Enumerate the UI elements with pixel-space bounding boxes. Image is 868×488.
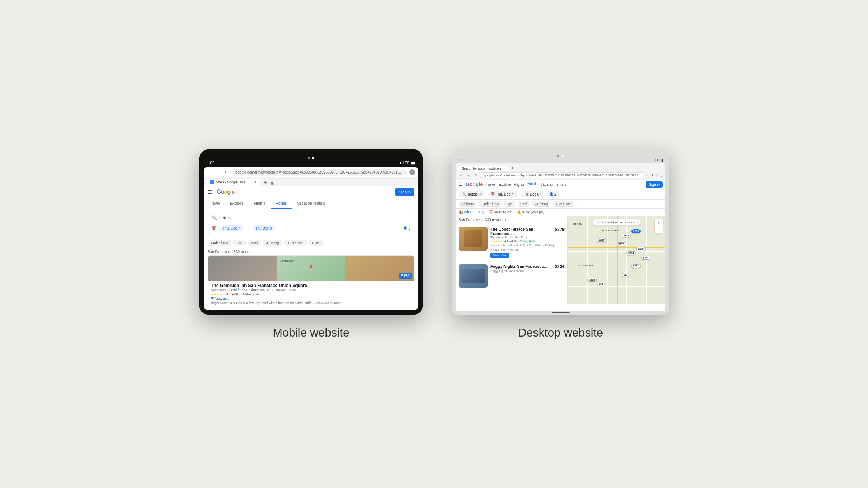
hamburger-desktop-icon[interactable]: ☰ (459, 182, 463, 187)
view-map-link[interactable]: View map (215, 297, 229, 300)
desktop-address-bar[interactable]: google.com/travel/search?q=hotels&g2lb=2… (480, 172, 645, 178)
nav-flights[interactable]: Flights (514, 182, 524, 187)
desktop-refresh-btn[interactable]: ↻ (473, 172, 478, 178)
map-price-pin-3[interactable]: $153 (622, 234, 631, 237)
desktop-search-field[interactable]: 🔍 hotels ✕ (459, 191, 486, 197)
nav-vacation-rentals[interactable]: Vacation rentals (540, 182, 566, 187)
desktop-checkin-field[interactable]: 📅 Thu, Dec 7 › (488, 191, 519, 197)
filter-spa-mobile[interactable]: Spa (233, 240, 246, 246)
map-price-pin-5[interactable]: $244 (626, 251, 636, 255)
hotel-images-row: 📍 Francisco $159 (208, 256, 414, 281)
filter-spa-desktop[interactable]: Spa (504, 201, 515, 207)
hotel-card-desktop-1[interactable]: The Coast Terrace San Francisco.... $279… (456, 224, 567, 261)
forward-button[interactable]: → (215, 170, 221, 175)
desktop-back-btn[interactable]: ← (458, 173, 464, 178)
zoom-in-button[interactable]: + (655, 219, 663, 226)
hotel-card-desktop-2[interactable]: Foggy Nights San Francisco.... $234 Fogg… (456, 261, 567, 291)
new-tab-button[interactable]: + (262, 179, 269, 186)
mobile-check-out[interactable]: Fri, Dec 8 (253, 225, 275, 231)
view-offer-button-1[interactable]: View offer (490, 253, 509, 258)
bookmark-icon[interactable]: ☆ (646, 173, 650, 177)
map-price-pin-4[interactable]: $288 (636, 247, 646, 251)
filter-pool-mobile[interactable]: Pool (248, 240, 261, 246)
hotel-rating-1: ★★★★☆ 4.4 (411k) Eco-certified (490, 240, 565, 243)
desktop-checkout-field[interactable]: Fri, Dec 8 › (521, 191, 544, 197)
desktop-guests-field[interactable]: 👤 2 (546, 191, 559, 197)
tab-flights[interactable]: Flights (248, 198, 270, 209)
mobile-address-bar[interactable]: google.com/travel/hotels?q=hotels&g2lb=2… (231, 169, 407, 176)
desktop-browser-tab[interactable]: Search for accommodation... ✕ (458, 166, 509, 171)
map-pin-icon: 📍 (307, 265, 315, 271)
filter-under-150-mobile[interactable]: Under $150 (208, 240, 231, 246)
desktop-label: Desktop website (518, 326, 603, 339)
map-price-pin-6[interactable]: $272 (641, 256, 651, 260)
filter-all-desktop[interactable]: All filters (459, 201, 477, 207)
filter-more-icon[interactable]: ✕ (577, 202, 580, 206)
hotel-source-icon: f (238, 288, 239, 292)
desktop-home-indicator (552, 312, 570, 313)
mobile-time: 1:00 (207, 160, 214, 165)
desktop-forward-btn[interactable]: → (465, 173, 472, 178)
desktop-dot-left (557, 155, 559, 157)
desktop-menu-icon[interactable]: ⋮ (660, 173, 663, 177)
mobile-browser-tab[interactable]: hotels - Google Hotel Search ✕ (206, 179, 260, 186)
amenity-breakfast: ✓ Breakfast (3) (507, 244, 525, 247)
mobile-guests[interactable]: 👤 2 (403, 226, 410, 230)
desktop-map-panel[interactable]: MASON RUSSIAN HILL CIVIC CENTER $279 $21… (568, 216, 665, 304)
desktop-sign-in-button[interactable]: Sign in (646, 181, 663, 188)
map-price-pin-2[interactable]: $179 (617, 242, 626, 246)
update-map-checkbox[interactable] (596, 221, 599, 224)
tab-explore[interactable]: Explore (225, 198, 248, 209)
tab-grid-icon[interactable]: ⊞ (271, 181, 274, 186)
nav-hotels[interactable]: Hotels (527, 182, 537, 187)
amenity-pool-neg: ✗ Indoor pool (490, 248, 506, 251)
map-price-pin-selected[interactable]: $279 (631, 229, 641, 233)
tab-close-icon[interactable]: ✕ (254, 180, 257, 184)
nav-travel[interactable]: Travel (486, 182, 495, 187)
filter-star-desktop[interactable]: 4- or 5-star (553, 201, 574, 207)
tab-vacation-rentals[interactable]: Vacation rentals (292, 198, 330, 209)
filter-rating-desktop[interactable]: 4+ rating (532, 201, 550, 207)
tab-hotels[interactable]: Hotels (271, 198, 292, 209)
refresh-button[interactable]: ↻ (224, 170, 229, 175)
hotel-name-mobile: The Goldrush Inn San Francisco Union Squ… (211, 283, 411, 288)
filter-pool-desktop[interactable]: Pool (518, 201, 530, 207)
nav-explore[interactable]: Explore (499, 182, 511, 187)
tab-travel[interactable]: Travel (204, 198, 225, 209)
map-label-francisco: Francisco (280, 259, 294, 263)
map-price-pin-7[interactable]: $291 (631, 264, 641, 268)
update-map-button[interactable]: Update list when map moves (592, 219, 641, 226)
tab-favicon (210, 180, 214, 184)
map-road-7 (626, 216, 627, 304)
desktop-device-container: 1:00 LTE ▮ Search for accommodation... ✕… (452, 149, 669, 339)
map-price-pin-10[interactable]: $67 (622, 273, 630, 277)
filter-rating-mobile[interactable]: 4+ rating (263, 240, 282, 246)
map-price-pin-1[interactable]: $210 (597, 238, 607, 242)
tab-where-to-stay[interactable]: 🏨 Where to stay (459, 210, 484, 214)
mobile-sign-in-button[interactable]: Sign in (395, 188, 414, 196)
tab-when-to-visit[interactable]: 📅 When to visit (489, 210, 513, 214)
download-icon[interactable]: ⬇ (651, 173, 654, 177)
mobile-menu-btn[interactable]: ⋮ (409, 169, 415, 175)
results-city-mobile: San Francisco (208, 250, 231, 254)
map-price-pin-8[interactable]: $229 (587, 278, 597, 282)
cross-icon-1: ✗ (526, 244, 528, 247)
checkin-icon: 📅 (491, 192, 495, 196)
filter-star-mobile[interactable]: 4- or 5-star (284, 240, 307, 246)
search-clear-icon[interactable]: ✕ (479, 192, 482, 196)
screenshot-icon[interactable]: ⊡ (655, 173, 658, 177)
tab-close-desktop[interactable]: ✕ (505, 167, 508, 170)
filter-price-mobile[interactable]: Price (309, 240, 323, 246)
mobile-check-in[interactable]: Thu, Dec 7 (220, 225, 243, 231)
mobile-google-content: ☰ Google Sign in Travel Explore Flights … (204, 186, 418, 307)
hamburger-icon[interactable]: ☰ (208, 189, 212, 195)
map-price-pin-9[interactable]: $55 (597, 282, 605, 286)
mobile-signal: ● LTE ▮▮ (399, 160, 415, 165)
filter-under150-desktop[interactable]: Under $150 (479, 201, 502, 207)
mobile-search-input-row[interactable]: 🔍 hotels (208, 213, 414, 223)
mobile-hotel-card[interactable]: 📍 Francisco $159 The Goldrush Inn San Fr… (208, 255, 414, 307)
tab-what-youll-pay[interactable]: 💰 What you'll pay (517, 210, 544, 214)
new-tab-btn-desktop[interactable]: + (509, 165, 516, 171)
zoom-out-button[interactable]: − (655, 226, 663, 234)
back-button[interactable]: ← (207, 170, 213, 175)
